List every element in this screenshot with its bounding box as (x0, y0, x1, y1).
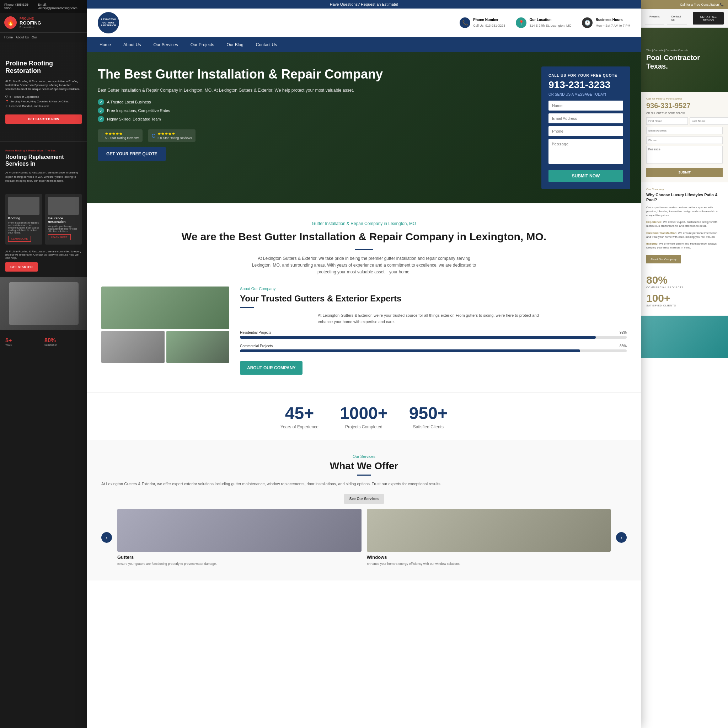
hero-cta-button[interactable]: GET YOUR FREE QUOTE (98, 147, 166, 161)
form-sub: OR FILL OUT THE FORM BELOW... (646, 112, 723, 115)
about-cta-button[interactable]: ABOUT OUR COMPANY (240, 361, 303, 375)
location-icon: 📍 (516, 17, 526, 28)
feature-2: 📍 Serving Pierce, King Counties & Nearby… (5, 100, 82, 103)
left-phone: Phone: (395)325-5956 (4, 3, 34, 10)
right-name-row (646, 117, 723, 125)
commercial-progress: Commercial Projects 88% (240, 344, 627, 352)
right-firstname-input[interactable] (646, 117, 688, 125)
see-services-button[interactable]: See Our Services (344, 494, 384, 504)
right-message-input[interactable] (646, 146, 723, 164)
hero-section: The Best Gutter Installation & Repair Co… (87, 52, 641, 203)
header-phone-item: 📞 Phone Number Call Us: 913-231-3223 (460, 17, 505, 28)
service-insurance-link[interactable]: LEARN MORE (48, 234, 71, 240)
service-roofing-link[interactable]: LEARN MORE (8, 236, 31, 242)
residential-bar (240, 336, 627, 339)
left-stat-years-label: Years (5, 344, 43, 346)
phone-icon: 📞 (460, 17, 470, 28)
header-location-item: 📍 Our Location 314 S 24th St. Lexington,… (516, 17, 571, 28)
left-house-image (0, 277, 87, 330)
about-eyebrow: Gutter Installation & Repair Company in … (101, 221, 627, 226)
hero-feature-1: ✓ A Trusted Local Business (98, 99, 534, 105)
right-stat-commercial: 80% Commercial Projects (646, 274, 723, 289)
nav-home[interactable]: Home (98, 37, 113, 52)
stat-projects: 1000+ Projects Completed (340, 404, 388, 430)
right-email-input[interactable] (646, 127, 723, 135)
logo-tagline: Restoration (20, 26, 41, 29)
left-hero-description: At Proline Roofing & Restoration, we spe… (5, 79, 82, 91)
form-label: Call for Patio & Pool Experts (646, 97, 723, 100)
location-value: 314 S 24th St. Lexington, MO (529, 24, 571, 28)
hero-feature-3: ✓ Highly Skilled, Dedicated Team (98, 116, 534, 122)
left-nav-more[interactable]: Our (32, 35, 37, 39)
right-stat-clients: 100+ Satisfied Clients (646, 292, 723, 307)
left-services-grid: Roofing From installations to repairs an… (5, 194, 82, 245)
form-phone-input[interactable] (549, 126, 623, 136)
right-phone-input[interactable] (646, 136, 723, 144)
map-icon: 📍 (5, 100, 9, 103)
windows-image (367, 509, 611, 552)
facebook-review: f ★★★★★ 5.0 Star Rating Reviews (98, 129, 142, 142)
service-insurance-desc: We guide you through insurance benefits … (48, 225, 79, 232)
right-lastname-input[interactable] (690, 117, 728, 125)
form-message-input[interactable] (549, 139, 623, 164)
hero-form: CALL US FOR YOUR FREE QUOTE 913-231-3233… (541, 66, 630, 189)
stat-experience-label: Years of Experience (280, 424, 318, 430)
left-cta-button[interactable]: GET STARTED (5, 262, 38, 272)
nav-services[interactable]: Our Services (151, 37, 179, 52)
form-submit-button[interactable]: SUBMIT NOW (549, 170, 623, 182)
commercial-fill (240, 349, 580, 352)
form-email-input[interactable] (549, 113, 623, 123)
hero-reviews: f ★★★★★ 5.0 Star Rating Reviews G ★★★★★ … (98, 129, 534, 142)
house-img-inner (9, 282, 78, 325)
nav-projects[interactable]: Our Projects (189, 37, 216, 52)
nav-blog[interactable]: Our Blog (225, 37, 245, 52)
left-hero-cta-button[interactable]: GET STARTED NOW (5, 115, 82, 124)
top-announcement: Have Questions? Request an Estimate! (87, 0, 641, 9)
right-nav-projects[interactable]: Projects (645, 12, 664, 24)
service-windows: Windows Enhance your home's energy effic… (367, 509, 611, 566)
stat-clients-label: Satisfied Clients (409, 424, 448, 430)
hours-label: Business Hours (595, 18, 630, 22)
left-nav-about[interactable]: About Us (16, 35, 29, 39)
services-section: Our Services What We Offer At Lexington … (87, 440, 641, 581)
left-stat-satisfaction-label: Satisfaction (44, 344, 82, 346)
right-get-free-design[interactable]: GET A FREE DESIGN (693, 12, 724, 24)
form-name-input[interactable] (549, 101, 623, 110)
hero-feature-2: ✓ Free Inspections, Competitive Rates (98, 107, 534, 114)
carousel-prev-button[interactable]: ‹ (101, 532, 112, 543)
commercial-bar (240, 349, 627, 352)
residential-label: Residential Projects (240, 330, 271, 335)
left-stats-row: 5+ Years 80% Satisfaction (0, 334, 87, 350)
clock-icon: 🕐 (582, 17, 593, 28)
stat-clients-num: 950+ (409, 404, 448, 423)
carousel-next-button[interactable]: › (616, 532, 627, 543)
left-services: Roofing From installations to repairs an… (0, 194, 87, 245)
fb-stars: ★★★★★ (105, 132, 139, 136)
left-hero-features: 🛡 5+ Years of Experience 📍 Serving Pierc… (5, 95, 82, 109)
nav-contact[interactable]: Contact Us (254, 37, 279, 52)
right-panel: Call for a Free Consultation 📞 Projects … (641, 0, 728, 728)
main-header: LEXINGTONGUTTERS& EXTERIOR 📞 Phone Numbe… (87, 9, 641, 37)
main-nav: Home About Us Our Services Our Projects … (87, 37, 641, 52)
shield-icon: 🛡 (5, 95, 8, 98)
integrity-label: Integrity (646, 242, 658, 245)
left-section-label: Proline Roofing & Restoration | The Best (5, 149, 82, 152)
stat-clients: 950+ Satisfied Clients (409, 404, 448, 430)
right-about-button[interactable]: About Our Company (646, 255, 681, 263)
fb-text: 5.0 Star Rating Reviews (105, 136, 139, 140)
left-nav-home[interactable]: Home (4, 35, 13, 39)
left-section-title: Roofing Replacement Services in (5, 154, 82, 167)
service-roofing-desc: From installations to repairs and mainte… (8, 222, 40, 234)
about-section: Gutter Installation & Repair Company in … (87, 203, 641, 392)
right-submit-button[interactable]: SUBMIT (646, 168, 723, 177)
check-circle-2: ✓ (98, 107, 104, 114)
logo-name: ROOFING (20, 20, 41, 26)
google-icon: G (151, 133, 155, 139)
right-clients-num: 100+ (646, 292, 723, 304)
right-hero-title: Pool Contractor Texas. (646, 54, 723, 70)
google-text: 5.0 Star Rating Reviews (158, 136, 192, 140)
right-nav-contact[interactable]: Contact Us (667, 12, 687, 24)
nav-about[interactable]: About Us (122, 37, 142, 52)
right-hero: Tiles | Concrete | Decorative Concrete P… (641, 28, 728, 92)
about-text-block: About Our Company Your Trusted Gutters &… (240, 286, 627, 375)
